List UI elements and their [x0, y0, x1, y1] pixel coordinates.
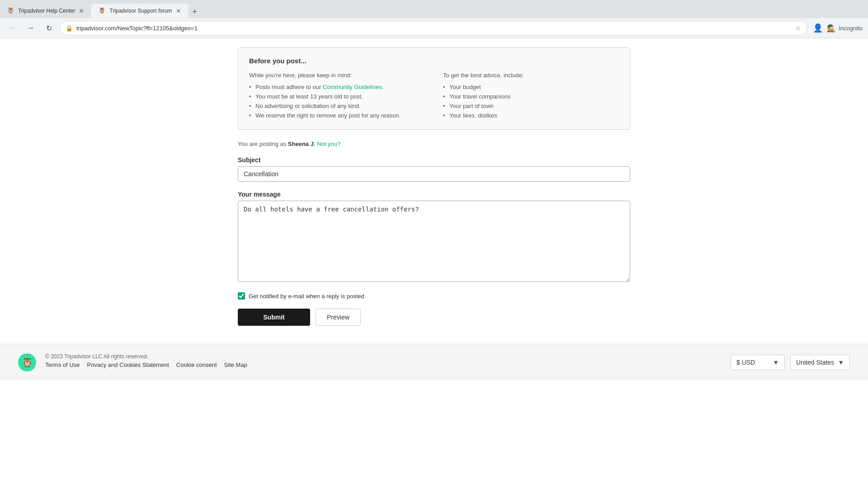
- submit-button[interactable]: Submit: [238, 309, 310, 326]
- tabs-bar: 🦉 Tripadvisor Help Center ✕ 🦉 Tripadviso…: [0, 0, 868, 18]
- incognito-badge[interactable]: 🕵️ Incognito: [827, 24, 863, 33]
- cookie-consent-link[interactable]: Cookie consent: [176, 361, 217, 368]
- notice-right-list: Your budget Your travel companions Your …: [443, 82, 619, 120]
- tab1-favicon: 🦉: [7, 7, 14, 14]
- terms-of-use-link[interactable]: Terms of Use: [45, 361, 80, 368]
- username: Sheena J: [288, 141, 314, 147]
- notice-item-2: You must be at least 13 years old to pos…: [249, 92, 425, 101]
- message-group: Your message Do all hotels have a free c…: [238, 191, 630, 283]
- community-guidelines-link[interactable]: Community Guidelines: [323, 84, 382, 90]
- subject-label: Subject: [238, 156, 630, 164]
- notice-box: Before you post... While you're here, pl…: [238, 47, 630, 130]
- footer-link-row: Terms of Use Privacy and Cookies Stateme…: [45, 361, 247, 368]
- incognito-icon: 🕵️: [827, 24, 836, 33]
- posting-as-prefix: You are posting as: [238, 141, 288, 147]
- notice-columns: While you're here, please keep in mind: …: [249, 72, 619, 120]
- notice-col-left: While you're here, please keep in mind: …: [249, 72, 425, 120]
- footer-links: © 2023 Tripadvisor LLC All rights reserv…: [45, 353, 247, 368]
- tab2-title: Tripadvisor Support forum: [109, 8, 172, 14]
- owl-logo-svg: 🦉: [18, 353, 36, 371]
- not-you-link[interactable]: Not you?: [317, 141, 340, 147]
- tab1-close-icon[interactable]: ✕: [79, 7, 84, 14]
- tab-1[interactable]: 🦉 Tripadvisor Help Center ✕: [0, 4, 91, 18]
- profile-icon[interactable]: 👤: [811, 21, 825, 35]
- posting-as: You are posting as Sheena J. Not you?: [238, 141, 630, 147]
- back-button[interactable]: ←: [5, 21, 20, 35]
- region-dropdown-arrow-icon: ▼: [838, 359, 844, 366]
- notification-checkbox[interactable]: [238, 292, 245, 300]
- svg-text:🦉: 🦉: [22, 357, 33, 368]
- tab1-title: Tripadvisor Help Center: [18, 8, 75, 14]
- footer-left: 🦉 © 2023 Tripadvisor LLC All rights rese…: [18, 353, 247, 371]
- subject-input[interactable]: [238, 166, 630, 182]
- footer-right: $ USD ▼ United States ▼: [731, 355, 850, 370]
- notification-checkbox-row: Get notified by e-mail when a reply is p…: [238, 292, 630, 300]
- notification-checkbox-label: Get notified by e-mail when a reply is p…: [249, 293, 364, 300]
- notice-left-list: Posts must adhere to our Community Guide…: [249, 82, 425, 120]
- region-dropdown[interactable]: United States ▼: [790, 355, 850, 370]
- notice-right-heading: To get the best advice, include:: [443, 72, 619, 79]
- preview-button[interactable]: Preview: [316, 309, 361, 326]
- browser-chrome: 🦉 Tripadvisor Help Center ✕ 🦉 Tripadviso…: [0, 0, 868, 38]
- tab-2[interactable]: 🦉 Tripadvisor Support forum ✕: [91, 4, 188, 18]
- currency-dropdown[interactable]: $ USD ▼: [731, 355, 785, 370]
- notice-right-item-2: Your travel companions: [443, 92, 619, 101]
- star-icon[interactable]: ☆: [795, 24, 801, 32]
- currency-dropdown-arrow-icon: ▼: [773, 359, 779, 366]
- nav-actions: 👤 🕵️ Incognito: [811, 21, 863, 35]
- new-tab-button[interactable]: +: [189, 5, 201, 18]
- subject-group: Subject: [238, 156, 630, 182]
- tab2-favicon: 🦉: [99, 7, 106, 14]
- page-content: Before you post... While you're here, pl…: [231, 38, 637, 344]
- notice-title: Before you post...: [249, 57, 619, 65]
- notice-item-1: Posts must adhere to our Community Guide…: [249, 82, 425, 92]
- page-footer: 🦉 © 2023 Tripadvisor LLC All rights rese…: [0, 344, 868, 380]
- site-map-link[interactable]: Site Map: [224, 361, 247, 368]
- buttons-row: Submit Preview: [238, 309, 630, 326]
- tripadvisor-logo: 🦉: [18, 353, 36, 371]
- address-bar[interactable]: 🔒 tripadvisor.com/NewTopic?ff=12105&oldg…: [60, 21, 807, 35]
- forward-button[interactable]: →: [24, 21, 38, 35]
- region-value: United States: [796, 359, 834, 366]
- notice-item-4: We reserve the right to remove any post …: [249, 111, 425, 120]
- notice-col-right: To get the best advice, include: Your bu…: [443, 72, 619, 120]
- tab2-close-icon[interactable]: ✕: [176, 7, 181, 14]
- notice-right-item-4: Your likes, dislikes: [443, 111, 619, 120]
- notice-right-item-1: Your budget: [443, 82, 619, 92]
- lock-icon: 🔒: [66, 25, 73, 32]
- notice-left-heading: While you're here, please keep in mind:: [249, 72, 425, 79]
- notice-item-3: No advertising or solicitation of any ki…: [249, 101, 425, 111]
- message-label: Your message: [238, 191, 630, 198]
- nav-bar: ← → ↻ 🔒 tripadvisor.com/NewTopic?ff=1210…: [0, 18, 868, 38]
- refresh-button[interactable]: ↻: [42, 21, 56, 35]
- currency-value: $ USD: [736, 359, 755, 366]
- incognito-label: Incognito: [839, 25, 863, 32]
- footer-copyright: © 2023 Tripadvisor LLC All rights reserv…: [45, 353, 247, 360]
- privacy-link[interactable]: Privacy and Cookies Statement: [87, 361, 169, 368]
- address-text: tripadvisor.com/NewTopic?ff=12105&oldgeo…: [76, 25, 792, 32]
- notice-right-item-3: Your part of town: [443, 101, 619, 111]
- message-textarea[interactable]: Do all hotels have a free cancellation o…: [238, 201, 630, 282]
